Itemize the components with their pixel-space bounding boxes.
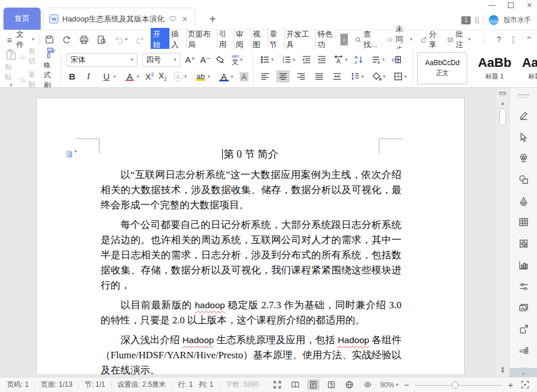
print-preview-icon[interactable] (97, 35, 106, 45)
close-tab-icon[interactable]: ✕ (181, 15, 189, 23)
vertical-scrollbar[interactable]: ▲ ▼▼ (496, 88, 509, 377)
edit-pen-icon[interactable] (518, 111, 529, 121)
paste-button[interactable]: 粘贴▾ (5, 48, 17, 88)
line-spacing-button[interactable]: ▾ (348, 70, 365, 83)
fullscreen-icon[interactable] (271, 379, 283, 390)
search-button[interactable]: 查找... (355, 29, 380, 50)
seal-icon[interactable] (518, 153, 529, 163)
bold-button[interactable]: B (66, 72, 78, 81)
copy-button[interactable]: 复制 (20, 70, 38, 90)
zoom-slider[interactable] (415, 381, 502, 389)
shapes-icon[interactable] (518, 174, 529, 185)
outline-view-icon[interactable] (325, 379, 337, 390)
font-color-button[interactable]: A ▾ (216, 71, 235, 83)
output-icon[interactable] (62, 35, 72, 45)
ribbon-tab-引用[interactable]: 引用 (217, 28, 234, 51)
align-left-button[interactable] (258, 70, 272, 83)
home-tab[interactable]: 首页 (3, 8, 41, 30)
font-name-select[interactable]: 宋体▾ (66, 53, 137, 67)
export-share-icon[interactable] (518, 324, 529, 334)
italic-button[interactable]: I (83, 72, 94, 81)
font-size-select[interactable]: 四号▾ (142, 53, 180, 67)
char-shading-button[interactable]: A (240, 72, 248, 81)
ribbon-tab-开始[interactable]: 开始 (151, 28, 169, 51)
style-标题 1[interactable]: AaBb标题 1 (470, 52, 520, 84)
minimize-icon[interactable]: — (488, 1, 495, 9)
shading-button[interactable]: ▾ (370, 70, 387, 83)
distribute-button[interactable] (330, 70, 344, 83)
justify-button[interactable] (312, 70, 326, 83)
status-word-count[interactable]: 字数: 5890 (220, 380, 265, 390)
bullet-list-button[interactable]: ▾ (258, 54, 275, 66)
share-button[interactable]: 分享 (421, 29, 439, 50)
scroll-up-icon[interactable]: ▲ (500, 101, 505, 106)
status-section[interactable]: 节: 1/1 (79, 380, 111, 390)
chart-icon[interactable] (518, 260, 529, 270)
ribbon-overflow-icon[interactable]: › (340, 34, 347, 45)
char-emphasis-button[interactable]: A ▾ (122, 71, 141, 82)
document-tab[interactable]: W Hadoop生态系统及其版本演化 ✕ (43, 8, 195, 30)
ribbon-tab-特色功[interactable]: 特色功 (315, 28, 339, 51)
decrease-font-button[interactable]: A⁻ (200, 55, 211, 65)
table-icon[interactable] (518, 217, 529, 227)
select-cursor-icon[interactable] (518, 132, 529, 142)
hamburger-icon[interactable]: ≡ (5, 35, 15, 45)
new-tab-button[interactable]: + (206, 13, 220, 30)
underline-button[interactable]: U▾ (99, 70, 118, 83)
status-margin-setting[interactable]: 设置值: 2.5厘米 (112, 380, 172, 390)
style-正文[interactable]: AaBbCcDd正文 (417, 52, 467, 84)
status-page-of[interactable]: 页面: 1/13 (35, 380, 78, 390)
apps-icon[interactable] (518, 238, 529, 249)
maximize-icon[interactable] (508, 2, 514, 8)
wordart-icon[interactable]: A (518, 196, 529, 206)
decrease-indent-icon[interactable] (301, 55, 312, 65)
zoom-out-button[interactable]: − (404, 380, 409, 390)
ribbon-tab-开发工具[interactable]: 开发工具 (284, 28, 315, 51)
paragraph-layout-button[interactable]: ▾ (369, 54, 386, 66)
highlight-color-button[interactable]: ab ▾ (193, 72, 212, 82)
increase-indent-icon[interactable] (316, 55, 327, 65)
sidebar-handle[interactable] (518, 92, 529, 99)
sidebar-collapse-icon[interactable]: ⌄ (510, 368, 537, 377)
ribbon-tab-审阅[interactable]: 审阅 (234, 28, 251, 51)
window-close-icon[interactable]: ✕ (527, 1, 532, 9)
fit-page-icon[interactable] (519, 379, 531, 390)
ribbon-tab-视图[interactable]: 视图 (251, 28, 268, 51)
subscript-button[interactable]: X2 (158, 71, 166, 82)
adjust-sliders-icon[interactable] (518, 281, 529, 292)
tab-grid-icon[interactable]: F (391, 55, 401, 65)
clear-format-icon[interactable] (215, 55, 225, 65)
zoom-slider-knob[interactable] (451, 382, 458, 389)
align-center-button[interactable] (276, 70, 290, 83)
more-icon[interactable]: ⋮ (509, 35, 517, 44)
eye-protect-icon[interactable] (361, 379, 374, 390)
document-page[interactable]: ▾ 第 0 节 简介 以“互联网日志分析系统”这一大数据应用案例为主线，依次介绍… (36, 98, 465, 374)
read-mode-icon[interactable] (289, 379, 301, 390)
scrollbar-thumb[interactable] (499, 108, 506, 126)
char-scale-button[interactable]: A ▾ (332, 54, 349, 66)
save-icon[interactable] (44, 35, 54, 45)
status-page-number[interactable]: 页码: 1 (6, 380, 34, 390)
scroll-down-icon[interactable]: ▼▼ (500, 368, 506, 373)
paste-options-button[interactable]: ▾ (65, 149, 77, 159)
collapse-ribbon-icon[interactable]: ⌃ (525, 35, 532, 44)
zoom-value[interactable]: 90%▾ (380, 381, 398, 389)
print-icon[interactable] (79, 35, 89, 45)
ruler-toggle-icon[interactable] (499, 90, 507, 97)
format-painter-button[interactable]: 格式刷 (44, 47, 56, 90)
char-effect-button[interactable]: A▾ (172, 70, 189, 83)
sort-icon[interactable]: AZ (354, 55, 364, 65)
ribbon-tab-章节[interactable]: 章节 (268, 28, 284, 51)
web-layout-icon[interactable] (343, 379, 355, 390)
zoom-in-button[interactable]: + (508, 380, 513, 390)
borders-button[interactable]: ▾ (392, 70, 408, 83)
cut-button[interactable]: 剪切 (20, 47, 38, 66)
ribbon-tab-页面布局[interactable]: 页面布局 (186, 28, 217, 51)
comment-button[interactable]: 批注 ▾ (447, 29, 471, 50)
help-icon[interactable]: ? (496, 35, 501, 44)
superscript-button[interactable]: X2 (145, 72, 154, 81)
numbered-list-button[interactable]: 123 ▾ (280, 54, 297, 66)
style-标题[interactable]: AaB标题 (522, 52, 537, 84)
translate-icon[interactable]: a (518, 345, 529, 356)
increase-font-button[interactable]: A⁺ (185, 55, 195, 65)
